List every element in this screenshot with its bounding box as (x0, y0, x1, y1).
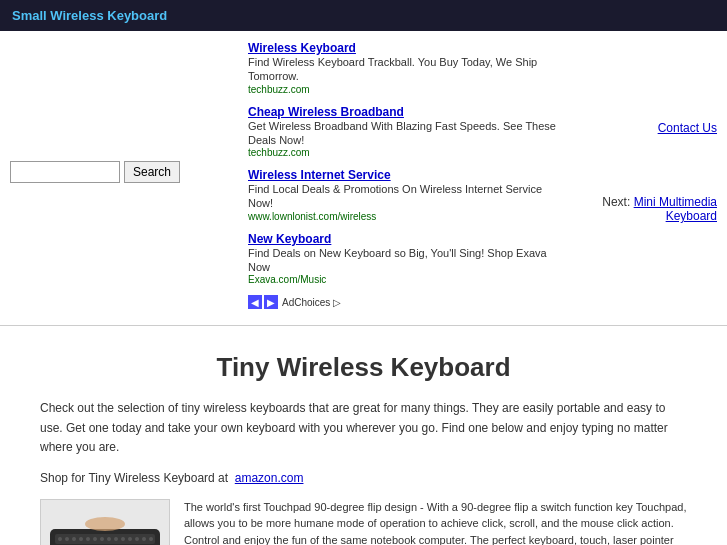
ad-url: www.lownlonist.com/wireless (248, 211, 559, 222)
ads-section: Wireless Keyboard Find Wireless Keyboard… (240, 31, 567, 319)
svg-rect-1 (55, 534, 155, 544)
svg-point-10 (86, 537, 90, 541)
svg-point-20 (85, 517, 125, 531)
content-area: Tiny Wireless Keyboard Check out the sel… (0, 332, 727, 545)
ad-link[interactable]: New Keyboard (248, 232, 331, 246)
shop-text: Shop for Tiny Wireless Keyboard at (40, 471, 228, 485)
page-intro: Check out the selection of tiny wireless… (40, 399, 687, 457)
svg-point-9 (79, 537, 83, 541)
next-label: Next: (602, 195, 630, 209)
ad-item: Wireless Keyboard Find Wireless Keyboard… (248, 41, 559, 95)
contact-us-link[interactable]: Contact Us (577, 121, 717, 135)
search-input[interactable] (10, 161, 120, 183)
ad-title: Wireless Keyboard (248, 41, 559, 55)
ad-title: New Keyboard (248, 232, 559, 246)
ad-desc: Find Deals on New Keyboard so Big, You'l… (248, 246, 559, 275)
svg-point-12 (100, 537, 104, 541)
product-desc: The world's first Touchpad 90-degree fli… (184, 499, 687, 545)
svg-point-16 (128, 537, 132, 541)
adchoices-label: AdChoices ▷ (282, 297, 341, 308)
top-section: Search Wireless Keyboard Find Wireless K… (0, 31, 727, 319)
adchoices-area: ◀ ▶ AdChoices ▷ (248, 295, 559, 309)
shop-line: Shop for Tiny Wireless Keyboard at amazo… (40, 471, 687, 485)
ad-link[interactable]: Wireless Keyboard (248, 41, 356, 55)
svg-point-14 (114, 537, 118, 541)
ad-title: Cheap Wireless Broadband (248, 105, 559, 119)
ad-url: techbuzz.com (248, 147, 559, 158)
ad-url: techbuzz.com (248, 84, 559, 95)
svg-point-11 (93, 537, 97, 541)
svg-point-17 (135, 537, 139, 541)
next-link-area: Next: Mini Multimedia Keyboard (577, 195, 717, 223)
left-sidebar: Search (0, 31, 240, 319)
product-area: The world's first Touchpad 90-degree fli… (40, 499, 687, 545)
svg-point-8 (72, 537, 76, 541)
page-header: Small Wireless Keyboard (0, 0, 727, 31)
ad-link[interactable]: Wireless Internet Service (248, 168, 391, 182)
ad-title: Wireless Internet Service (248, 168, 559, 182)
ad-desc: Find Local Deals & Promotions On Wireles… (248, 182, 559, 211)
ad-link[interactable]: Cheap Wireless Broadband (248, 105, 404, 119)
next-keyboard-link[interactable]: Mini Multimedia Keyboard (634, 195, 717, 223)
nav-arrows: ◀ ▶ (248, 295, 278, 309)
product-image (40, 499, 170, 545)
site-title-link[interactable]: Small Wireless Keyboard (12, 8, 167, 23)
keyboard-svg (45, 514, 165, 545)
svg-point-13 (107, 537, 111, 541)
svg-point-19 (149, 537, 153, 541)
amazon-link[interactable]: amazon.com (235, 471, 304, 485)
search-area: Search (10, 161, 230, 183)
right-sidebar: Contact Us Next: Mini Multimedia Keyboar… (567, 31, 727, 319)
svg-point-18 (142, 537, 146, 541)
search-button[interactable]: Search (124, 161, 180, 183)
next-arrow[interactable]: ▶ (264, 295, 278, 309)
svg-point-15 (121, 537, 125, 541)
ad-item: New Keyboard Find Deals on New Keyboard … (248, 232, 559, 286)
ad-desc: Get Wireless Broadband With Blazing Fast… (248, 119, 559, 148)
ad-item: Wireless Internet Service Find Local Dea… (248, 168, 559, 222)
ad-desc: Find Wireless Keyboard Trackball. You Bu… (248, 55, 559, 84)
svg-point-7 (65, 537, 69, 541)
page-title: Tiny Wireless Keyboard (40, 352, 687, 383)
svg-point-6 (58, 537, 62, 541)
ad-item: Cheap Wireless Broadband Get Wireless Br… (248, 105, 559, 159)
section-divider (0, 325, 727, 326)
prev-arrow[interactable]: ◀ (248, 295, 262, 309)
ad-url: Exava.com/Music (248, 274, 559, 285)
